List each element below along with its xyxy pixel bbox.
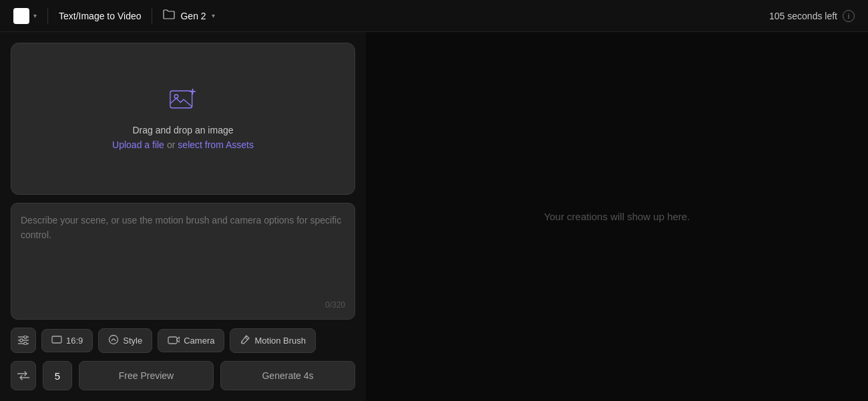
image-drop-zone[interactable]: Drag and drop an image Upload a file or … (11, 43, 355, 195)
style-label: Style (123, 336, 142, 346)
action-bar: 5 Free Preview Generate 4s (11, 361, 355, 390)
generate-label: Generate 4s (262, 370, 313, 381)
svg-rect-10 (52, 336, 61, 343)
seconds-left-label: 105 seconds left (769, 11, 837, 21)
count-button[interactable]: 5 (43, 361, 72, 390)
svg-point-11 (110, 335, 118, 344)
project-chevron-icon: ▾ (212, 12, 215, 19)
empty-creations-message: Your creations will show up here. (544, 211, 690, 222)
motion-brush-label: Motion Brush (254, 336, 306, 346)
header-left: ▾ Text/Image to Video Gen 2 ▾ (13, 8, 215, 24)
svg-point-1 (174, 95, 178, 98)
main-content: Drag and drop an image Upload a file or … (0, 32, 868, 401)
drop-zone-links: Upload a file or select from Assets (112, 139, 254, 150)
left-panel: Drag and drop an image Upload a file or … (0, 32, 366, 401)
mode-label: Text/Image to Video (59, 11, 141, 21)
ratio-icon (51, 335, 62, 346)
scene-description-container: 0/320 (11, 203, 355, 320)
logo-chevron-icon: ▾ (33, 12, 37, 19)
svg-rect-12 (168, 337, 177, 344)
project-dropdown-button[interactable]: Gen 2 ▾ (163, 9, 214, 22)
upload-file-link[interactable]: Upload a file (112, 139, 164, 150)
project-name: Gen 2 (180, 11, 206, 21)
svg-rect-0 (170, 91, 192, 107)
generate-button[interactable]: Generate 4s (220, 361, 355, 390)
svg-point-9 (24, 342, 27, 345)
style-icon (108, 334, 119, 347)
header: ▾ Text/Image to Video Gen 2 ▾ 105 second… (0, 0, 868, 32)
free-preview-button[interactable]: Free Preview (79, 361, 214, 390)
svg-point-7 (24, 336, 27, 338)
ratio-label: 16:9 (66, 336, 83, 346)
select-assets-link[interactable]: select from Assets (178, 139, 254, 150)
folder-icon (163, 9, 175, 22)
count-label: 5 (55, 370, 60, 382)
or-label: or (167, 139, 175, 150)
camera-icon (168, 335, 180, 346)
camera-button[interactable]: Camera (158, 329, 224, 352)
toolbar: 16:9 Style Camera (11, 328, 355, 353)
settings-button[interactable] (11, 328, 36, 353)
upload-image-icon (170, 87, 196, 117)
scene-textarea[interactable] (21, 213, 345, 298)
style-button[interactable]: Style (98, 328, 152, 353)
drop-zone-main-text: Drag and drop an image (133, 125, 234, 135)
logo-dropdown-button[interactable]: ▾ (13, 8, 37, 24)
svg-point-8 (20, 339, 23, 342)
motion-brush-button[interactable]: Motion Brush (230, 328, 316, 353)
char-count: 0/320 (21, 300, 345, 310)
header-divider (47, 8, 48, 24)
info-icon[interactable]: i (843, 10, 855, 22)
ratio-button[interactable]: 16:9 (41, 329, 93, 352)
camera-label: Camera (184, 336, 214, 346)
motion-brush-icon (240, 334, 250, 347)
swap-button[interactable] (11, 361, 36, 390)
svg-line-13 (245, 337, 248, 340)
right-panel: Your creations will show up here. (366, 32, 868, 401)
logo-icon (13, 8, 29, 24)
free-preview-label: Free Preview (119, 370, 174, 381)
header-right: 105 seconds left i (769, 10, 855, 22)
header-divider-2 (152, 8, 152, 24)
